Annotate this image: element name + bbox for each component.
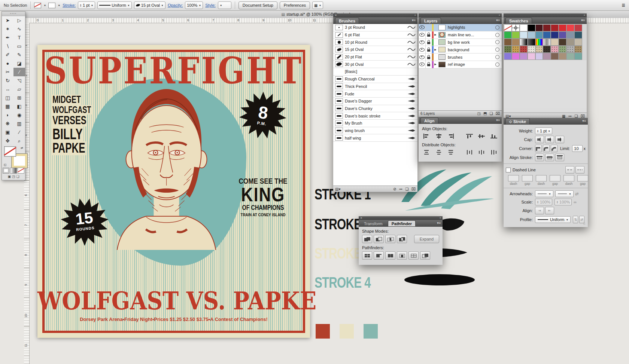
swatch[interactable] [512,24,520,31]
none-mode-button[interactable] [18,168,24,174]
screen-mode-button[interactable]: ❏ [16,175,19,178]
tab-align[interactable]: Align [420,117,438,123]
line-segment-tool[interactable]: ∖ [2,42,13,51]
align-stroke-outside-button[interactable] [555,154,564,161]
brush-options-icon[interactable]: ≔ [399,187,403,191]
layer-visibility-toggle[interactable] [419,53,426,61]
miter-join-button[interactable] [535,145,542,152]
brush-list-item[interactable]: Rough Charcoal [333,76,417,83]
brush-list-item[interactable]: Thick Pencil [333,83,417,91]
panel-resize-grip[interactable]: ⦙⦙ [583,222,586,226]
swatch[interactable] [520,39,528,46]
arrange-documents-button[interactable]: ▦▼ [312,1,323,9]
minus-back-button[interactable] [420,251,430,260]
delete-swatch-icon[interactable]: ⌧ [580,114,585,118]
swatch-options-icon[interactable]: ≔ [568,114,572,118]
tab-swatches[interactable]: Swatches [505,18,532,24]
style-dropdown[interactable]: ▼ [218,1,231,9]
swatch[interactable] [551,31,559,39]
swatch[interactable] [559,39,566,46]
shape-builder-tool[interactable]: ◫ [2,94,13,102]
blend-tool[interactable]: ◉ [13,111,25,119]
free-transform-tool[interactable]: ▱ [13,85,25,94]
close-panel-icon[interactable]: ✕ [360,217,362,220]
swatch[interactable] [520,53,528,60]
dash-gap-field[interactable] [550,175,560,181]
swatch[interactable] [566,39,574,46]
swatch[interactable] [566,46,574,53]
swatch[interactable] [512,39,520,46]
layer-name[interactable]: ref image [447,62,495,67]
swatch[interactable] [528,31,535,39]
swatch[interactable] [520,46,528,53]
swatch[interactable] [512,46,520,53]
artboard-tool[interactable]: ▣ [2,128,13,137]
swatch[interactable] [551,46,559,53]
layer-target-circle[interactable] [495,55,499,59]
swatch[interactable] [520,24,528,31]
width-profile-dropdown[interactable]: Uniform▼ [97,1,131,9]
layer-name[interactable]: highlights [447,25,495,30]
layer-lock-toggle[interactable] [426,53,432,61]
rectangle-tool[interactable]: ▭ [13,42,25,51]
brush-list-item[interactable]: 10 pt Round [333,39,417,46]
swap-arrowheads-icon[interactable]: ⇄ [575,192,578,196]
align-bottom-button[interactable] [489,132,498,140]
swatch[interactable] [504,46,512,53]
arrowhead-start-dropdown[interactable]: ▼ [535,190,553,197]
tab-transform[interactable]: Transform [361,221,386,226]
collapse-panel-icon[interactable]: « [414,14,416,17]
link-scales-icon[interactable]: ∞ [574,200,577,204]
swatch[interactable] [528,46,535,53]
brush-list-item[interactable]: Fude [333,90,417,98]
control-bar-menu-icon[interactable]: ≣ [622,3,625,8]
swatch[interactable] [566,53,574,60]
dash-gap-field[interactable] [522,175,533,181]
swatch[interactable] [504,53,512,60]
brush-list-item[interactable]: half wing [333,134,417,142]
arrow-tip-align-button[interactable]: ⇥ [535,207,544,214]
swap-fill-stroke-icon[interactable]: ⇄ [21,146,23,150]
knife-tool[interactable]: ∕ [13,68,25,76]
panel-menu-icon[interactable]: ▾≡ [496,118,500,122]
divide-button[interactable] [362,251,372,260]
width-profile-dropdown-icon[interactable]: ▼ [127,4,130,7]
swatch[interactable] [574,53,582,60]
remove-brush-stroke-icon[interactable]: ⊘ [393,187,396,191]
swatch[interactable] [543,46,551,53]
layer-row[interactable]: ▶ main line wo... [419,31,502,39]
palette-chip[interactable] [316,324,330,339]
brush-list-item[interactable]: Dave's Dagger [333,98,417,105]
preserve-dash-button[interactable] [565,166,574,174]
swatch[interactable] [535,31,543,39]
layer-target-circle[interactable] [495,48,499,52]
direct-selection-tool[interactable]: ▷ [13,16,25,25]
dash-gap-field[interactable] [563,175,574,181]
default-fill-stroke-icon[interactable]: ◱ [4,163,7,166]
gradient-mode-button[interactable] [10,168,17,174]
delete-layer-icon[interactable]: ⌧ [495,111,500,116]
width-tool[interactable]: ↔ [2,85,13,94]
unite-button[interactable] [362,235,372,243]
brush-list-item[interactable]: 6 pt Flat [333,31,417,39]
stroke-panel-link[interactable]: Stroke: [63,3,76,7]
brush-dropdown-icon[interactable]: ▼ [161,4,164,7]
gradient-tool[interactable]: ◧ [13,102,25,111]
dash-gap-field[interactable] [577,175,588,181]
layer-row[interactable]: ▶ bg line work [419,39,502,46]
arrowhead-scale-end-field[interactable]: ▲▼100% [554,199,572,205]
eyedropper-tool[interactable]: ◗ [2,111,13,119]
swatch[interactable] [535,24,543,31]
align-left-button[interactable] [422,132,431,140]
swatch[interactable] [566,24,574,31]
make-clipping-mask-icon[interactable]: ◳ [477,111,481,116]
layer-name[interactable]: background [447,48,495,52]
layer-visibility-toggle[interactable] [419,39,426,46]
collapse-panel-icon[interactable]: « [584,14,585,17]
swatch[interactable] [504,24,512,31]
stroke-weight-field[interactable]: ▲▼1 pt▼ [78,1,95,9]
layer-row[interactable]: ▶ highlights [419,24,502,31]
butt-cap-button[interactable] [535,136,544,143]
layer-lock-toggle[interactable] [426,39,432,46]
brush-list-item[interactable]: 3 pt Round [333,24,417,31]
